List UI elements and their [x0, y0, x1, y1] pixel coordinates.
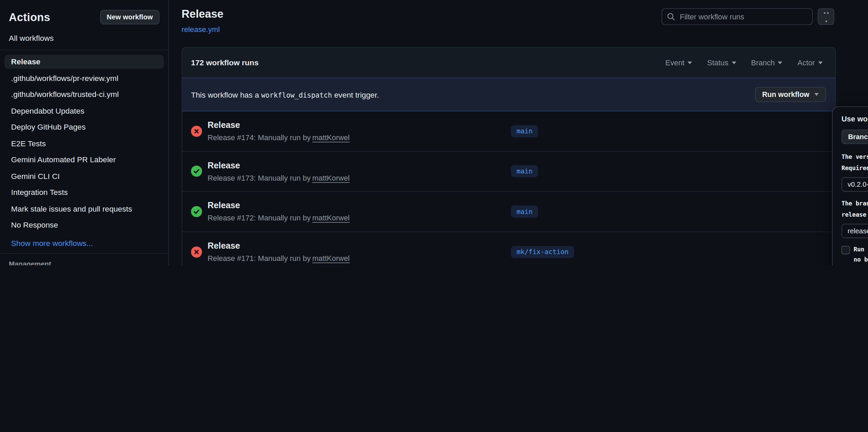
workflow-label: No Response — [11, 220, 58, 229]
failure-status-icon — [191, 246, 202, 257]
run-workflow-panel: Use workflow from Branch: main The versi… — [832, 106, 868, 265]
run-actor-link[interactable]: mattKorwel — [312, 214, 350, 222]
version-input[interactable] — [841, 177, 868, 192]
workflow-dispatch-code: workflow_dispatch — [261, 90, 332, 99]
filter-label: Event — [665, 59, 684, 67]
workflow-run-row: ReleaseRelease #173: Manually run bymatt… — [182, 151, 835, 192]
new-workflow-button[interactable]: New workflow — [100, 10, 159, 24]
panel-heading: Use workflow from — [841, 115, 868, 123]
run-text: ReleaseRelease #173: Manually run bymatt… — [208, 161, 511, 182]
management-section-label: Management — [0, 253, 168, 265]
sidebar-item-workflow[interactable]: E2E Tests — [4, 136, 164, 150]
branch-badge[interactable]: mk/fix-action — [511, 246, 574, 258]
workflow-run-row: ReleaseRelease #172: Manually run bymatt… — [182, 192, 835, 232]
sidebar-item-workflow[interactable]: Deploy GitHub Pages — [4, 120, 164, 134]
filter-label: Actor — [797, 59, 815, 67]
workflow-label: Gemini Automated PR Labeler — [11, 155, 116, 164]
sidebar-item-workflow[interactable]: Integration Tests — [4, 185, 164, 199]
workflow-label: .github/workflows/trusted-ci.yml — [11, 90, 119, 99]
kebab-icon — [821, 8, 830, 25]
run-actor-link[interactable]: mattKorwel — [312, 174, 350, 182]
sidebar-item-workflow[interactable]: Mark stale issues and pull requests — [4, 202, 164, 216]
workflow-file-link[interactable]: release.yml — [182, 26, 220, 34]
run-title-link[interactable]: Release — [208, 120, 511, 130]
sidebar-item-workflow[interactable]: Gemini CLI CI — [4, 169, 164, 183]
filter-branch[interactable]: Branch — [751, 59, 782, 67]
run-actor-link[interactable]: mattKorwel — [312, 254, 350, 263]
run-text: ReleaseRelease #172: Manually run bymatt… — [208, 201, 511, 222]
version-field-description: The version to release (e.g., v0.1.11). … — [841, 152, 868, 173]
workflow-run-row: ReleaseRelease #174: Manually run bymatt… — [182, 111, 835, 151]
filter-workflow-runs-input[interactable] — [662, 8, 813, 25]
chevron-down-icon — [732, 61, 736, 64]
run-branch-cell: mk/fix-action — [511, 246, 697, 258]
filter-label: Status — [707, 59, 728, 67]
workflow-runs-card: 172 workflow runs EventStatusBranchActor… — [182, 47, 836, 265]
sidebar-item-workflow[interactable]: No Response — [4, 218, 164, 232]
success-status-icon — [191, 206, 202, 217]
branch-badge[interactable]: main — [511, 165, 538, 178]
run-title-link[interactable]: Release — [208, 241, 511, 251]
filter-event[interactable]: Event — [665, 59, 692, 67]
chevron-down-icon — [688, 61, 692, 64]
branch-badge[interactable]: main — [511, 125, 538, 137]
run-branch-cell: main — [511, 125, 697, 137]
run-text: ReleaseRelease #171: Manually run bymatt… — [208, 241, 511, 263]
sidebar-item-workflow[interactable]: .github/workflows/pr-review.yml — [4, 71, 164, 85]
panel-checkboxes: Run a dry-run of the release process; no… — [841, 245, 868, 265]
sidebar: Actions New workflow All workflows Relea… — [0, 0, 169, 265]
sidebar-item-workflow[interactable]: .github/workflows/trusted-ci.yml — [4, 87, 164, 101]
chevron-down-icon — [814, 93, 819, 96]
sidebar-item-workflow[interactable]: Dependabot Updates — [4, 104, 164, 118]
panel-checkbox-row: Run a dry-run of the release process; no… — [841, 245, 868, 265]
workflow-dispatch-banner: This workflow has a workflow_dispatch ev… — [182, 78, 835, 111]
workflow-label: .github/workflows/pr-review.yml — [11, 73, 118, 82]
run-description: Release #174: Manually run bymattKorwel — [208, 134, 511, 142]
ref-field-description: The branch or ref (full git sha) to rele… — [841, 198, 868, 220]
main-content: Release release.yml — [169, 0, 868, 265]
run-description: Release #171: Manually run bymattKorwel — [208, 254, 511, 263]
run-description: Release #172: Manually run bymattKorwel — [208, 214, 511, 222]
run-text: ReleaseRelease #174: Manually run bymatt… — [208, 120, 511, 142]
run-description: Release #173: Manually run bymattKorwel — [208, 174, 511, 182]
filter-status[interactable]: Status — [707, 59, 736, 67]
runs-list: ReleaseRelease #174: Manually run bymatt… — [182, 111, 835, 265]
workflow-label: E2E Tests — [11, 139, 46, 148]
workflow-options-button[interactable] — [818, 8, 834, 25]
workflow-label: Release — [11, 57, 40, 66]
filter-workflow-runs — [662, 8, 813, 25]
run-title-link[interactable]: Release — [208, 201, 511, 211]
checkbox[interactable] — [841, 246, 850, 254]
run-workflow-dropdown-button[interactable]: Run workflow — [755, 87, 826, 102]
failure-status-icon — [191, 126, 202, 137]
run-actor-link[interactable]: mattKorwel — [312, 134, 350, 142]
sidebar-item-workflow[interactable]: Gemini Automated PR Labeler — [4, 153, 164, 167]
workflow-run-row: ReleaseRelease #171: Manually run bymatt… — [182, 232, 835, 265]
run-branch-cell: main — [511, 165, 697, 178]
sidebar-item-workflow[interactable]: Release — [4, 55, 164, 69]
ref-input[interactable] — [841, 224, 868, 238]
workflow-label: Gemini CLI CI — [11, 171, 60, 180]
chevron-down-icon — [778, 61, 783, 64]
workflow-label: Dependabot Updates — [11, 106, 84, 115]
actions-page: Actions New workflow All workflows Relea… — [0, 0, 868, 265]
branch-selector-button[interactable]: Branch: main — [841, 130, 868, 144]
workflow-label: Mark stale issues and pull requests — [11, 204, 132, 213]
show-more-workflows-link[interactable]: Show more workflows... — [0, 237, 168, 253]
banner-text: This workflow has a workflow_dispatch ev… — [191, 90, 379, 99]
runs-filters: EventStatusBranchActor — [665, 59, 827, 67]
run-title-link[interactable]: Release — [208, 161, 511, 170]
filter-actor[interactable]: Actor — [797, 59, 822, 67]
chevron-down-icon — [818, 61, 823, 64]
workflow-label: Deploy GitHub Pages — [11, 122, 86, 131]
checkbox-label[interactable]: Run a dry-run of the release process; no… — [854, 245, 868, 265]
workflow-nav: Release.github/workflows/pr-review.yml.g… — [0, 50, 168, 237]
workflow-title: Release — [182, 8, 223, 20]
success-status-icon — [191, 166, 202, 177]
workflow-label: Integration Tests — [11, 188, 68, 197]
run-branch-cell: main — [511, 205, 697, 218]
branch-badge[interactable]: main — [511, 205, 538, 218]
sidebar-item-all-workflows[interactable]: All workflows — [0, 32, 168, 50]
search-icon — [666, 12, 675, 23]
filter-label: Branch — [751, 59, 775, 67]
